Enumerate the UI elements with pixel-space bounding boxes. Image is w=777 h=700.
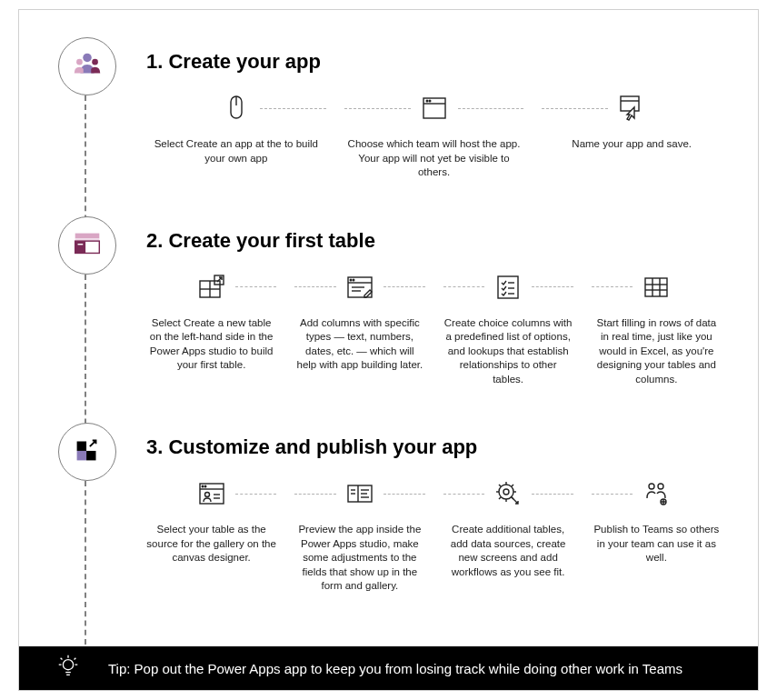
gallery-person-icon [195,477,228,510]
step-2-col-1-text: Select Create a new table on the left-ha… [146,316,276,373]
form-pencil-icon [344,271,376,304]
svg-line-61 [512,485,513,486]
step-2-col-2: Add columns with specific types — text, … [294,271,424,387]
step-3-circle [58,423,116,481]
step-3-col-2-text: Preview the app inside the Power Apps st… [294,523,424,594]
svg-point-41 [204,485,206,487]
lightbulb-icon [55,654,81,683]
step-2: 2. Create your first table Select Create… [55,216,722,387]
svg-point-22 [350,279,352,281]
svg-point-42 [204,493,209,497]
step-3-col-1: Select your table as the source for the … [146,477,276,594]
svg-point-62 [649,484,654,489]
step-2-col-2-text: Add columns with specific types — text, … [294,316,424,373]
step-1-col-2-text: Choose which team will host the app. You… [344,137,524,180]
svg-point-1 [76,59,83,65]
svg-point-63 [658,484,663,489]
step-1-col-3-text: Name your app and save. [542,137,722,152]
step-2-col-3-text: Create choice columns with a predefined … [443,316,573,387]
svg-point-53 [503,489,509,495]
step-3-icon-col [55,423,119,481]
steps-container: 1. Create your app Select Create an app … [55,37,722,594]
step-1-body: 1. Create your app Select Create an app … [119,37,722,180]
step-2-col-3: Create choice columns with a predefined … [443,271,573,387]
step-1-title: 1. Create your app [146,50,722,74]
svg-point-40 [202,485,204,487]
svg-point-2 [92,59,98,65]
step-1-circle [58,37,116,95]
popout-app-icon [70,433,105,471]
svg-line-58 [499,485,501,486]
instruction-card: 1. Create your app Select Create an app … [18,9,759,691]
tip-bar: Tip: Pop out the Power Apps app to keep … [19,646,758,690]
checklist-icon [492,271,524,304]
step-2-col-4-text: Start filling in rows of data in real ti… [592,316,722,387]
svg-rect-30 [645,278,667,296]
step-1: 1. Create your app Select Create an app … [55,37,722,180]
step-3-col-3: Create additional tables, add data sourc… [443,477,573,594]
step-3-title: 3. Customize and publish your app [146,435,722,459]
svg-rect-15 [78,244,84,245]
step-3-col-4: Publish to Teams so others in your team … [592,477,722,594]
step-2-col-4: Start filling in rows of data in real ti… [592,271,722,387]
window-icon [418,92,451,125]
svg-rect-35 [77,442,86,451]
step-2-icon-col [55,216,119,275]
svg-rect-11 [75,233,100,238]
svg-point-8 [429,100,431,102]
table-edit-icon [195,271,228,304]
step-2-col-1: Select Create a new table on the left-ha… [146,271,276,387]
svg-rect-26 [498,276,518,298]
step-3-col-2: Preview the app inside the Power Apps st… [294,477,424,594]
svg-line-60 [499,497,501,499]
tap-icon [615,92,648,125]
step-3: 3. Customize and publish your app Select… [55,423,722,594]
step-1-icon-col [55,37,119,95]
svg-rect-37 [77,451,86,460]
svg-point-7 [426,100,428,102]
step-3-connector [85,481,86,645]
step-3-cols: Select your table as the source for the … [146,477,722,594]
step-2-circle [58,216,116,275]
table-app-icon [70,226,105,265]
step-2-cols: Select Create a new table on the left-ha… [146,271,722,387]
step-1-col-1: Select Create an app at the to build you… [146,92,326,180]
mouse-icon [220,92,253,125]
svg-line-71 [61,658,63,660]
grid-icon [640,271,672,304]
step-2-body: 2. Create your first table Select Create… [119,216,722,387]
gear-wrench-icon [492,477,524,510]
step-3-body: 3. Customize and publish your app Select… [119,423,722,594]
svg-rect-9 [621,96,639,111]
step-1-cols: Select Create an app at the to build you… [146,92,722,180]
svg-line-72 [75,658,76,660]
svg-rect-36 [86,451,95,460]
tip-text: Tip: Pop out the Power Apps app to keep … [108,661,682,676]
preview-form-icon [344,477,376,510]
step-1-col-3: Name your app and save. [542,92,722,180]
step-3-col-3-text: Create additional tables, add data sourc… [443,523,573,579]
step-3-col-1-text: Select your table as the source for the … [146,523,276,565]
svg-point-65 [63,660,73,670]
team-publish-icon [640,477,672,510]
step-2-title: 2. Create your first table [146,229,722,253]
svg-point-23 [353,279,354,281]
step-1-col-1-text: Select Create an app at the to build you… [146,137,326,165]
step-1-col-2: Choose which team will host the app. You… [344,92,524,180]
people-icon [70,47,105,85]
step-3-col-4-text: Publish to Teams so others in your team … [592,523,722,565]
svg-point-0 [83,54,92,63]
svg-rect-14 [75,241,85,253]
